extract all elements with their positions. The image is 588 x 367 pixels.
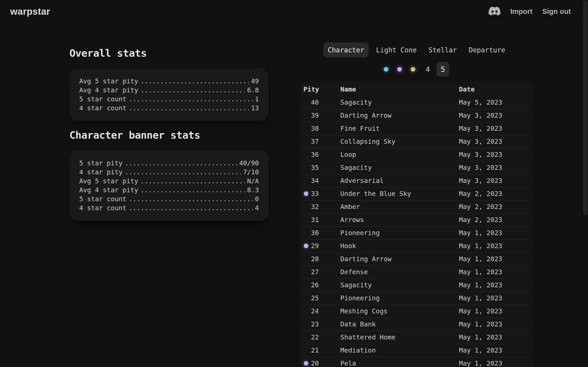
pity-cell: 25	[300, 294, 340, 302]
leader-dots: ........................................…	[140, 77, 249, 86]
character-banner-stats-panel: 5 star pity ............................…	[69, 150, 269, 221]
name-cell: Under the Blue Sky	[340, 190, 459, 198]
rarity-filter-row: 45	[300, 62, 533, 77]
table-row: 35 Sagacity May 3, 2023	[300, 161, 533, 174]
four-star-dot	[304, 244, 308, 248]
date-cell: May 3, 2023	[459, 177, 533, 184]
name-cell: Loop	[340, 151, 459, 158]
pity-cell: 33	[300, 190, 340, 198]
pity-cell: 40	[300, 99, 340, 106]
table-row: 29 Hook May 1, 2023	[300, 239, 533, 252]
table-row: 39 Darting Arrow May 3, 2023	[300, 109, 533, 122]
stat-row: 5 star count ...........................…	[79, 194, 259, 203]
table-row: 27 Defense May 1, 2023	[300, 266, 533, 278]
gold-rarity-dot[interactable]	[411, 67, 415, 72]
leader-dots: ........................................…	[129, 203, 253, 212]
pity-cell: 26	[300, 281, 340, 289]
overall-stats-title: Overall stats	[69, 47, 269, 59]
pity-cell: 31	[300, 216, 340, 224]
stat-row: 5 star count ...........................…	[79, 95, 259, 104]
stat-label: 5 star count	[79, 194, 126, 203]
signout-button[interactable]: Sign out	[542, 7, 571, 16]
table-row: 34 Adversarial May 3, 2023	[300, 174, 533, 187]
stat-row: Avg 5 star pity ........................…	[79, 176, 259, 185]
warp-history-table: Pity Name Date 40 Sagacity May 5, 2023 3…	[300, 82, 533, 367]
stat-row: 4 star pity ............................…	[79, 167, 259, 176]
pity-column-header: Pity	[300, 85, 340, 93]
warp-history-column: CharacterLight ConeStellarDeparture 45 P…	[300, 42, 533, 367]
name-cell: Data Bank	[340, 320, 459, 328]
stat-row: Avg 4 star pity ........................…	[79, 185, 259, 194]
banner-tab-stellar[interactable]: Stellar	[424, 42, 461, 58]
table-row: 40 Sagacity May 5, 2023	[300, 96, 533, 109]
stat-value: 13	[251, 104, 259, 113]
name-cell: Collapsing Sky	[340, 138, 459, 145]
date-cell: May 1, 2023	[459, 346, 533, 354]
table-row: 23 Data Bank May 1, 2023	[300, 318, 533, 331]
table-row: 30 Pioneering May 1, 2023	[300, 226, 533, 239]
leader-dots: ........................................…	[129, 104, 249, 113]
warpstar-logo[interactable]: warpstar	[10, 6, 50, 17]
banner-tab-light-cone[interactable]: Light Cone	[372, 42, 421, 58]
stat-row: 5 star pity ............................…	[79, 159, 259, 167]
stat-value: 40/90	[239, 159, 259, 167]
date-cell: May 1, 2023	[459, 294, 533, 302]
warpstar-page: warpstar Import Sign out Overall stats A…	[0, 0, 588, 367]
date-cell: May 1, 2023	[459, 281, 533, 289]
date-cell: May 2, 2023	[459, 203, 533, 211]
banner-tab-character[interactable]: Character	[323, 42, 369, 58]
stat-label: Avg 5 star pity	[79, 176, 138, 185]
banner-tabs: CharacterLight ConeStellarDeparture	[300, 42, 533, 58]
banner-tab-departure[interactable]: Departure	[464, 42, 510, 58]
rank-filter-5[interactable]: 5	[437, 62, 449, 77]
import-button[interactable]: Import	[510, 7, 532, 16]
four-star-dot	[304, 192, 308, 196]
pity-cell: 37	[300, 138, 340, 145]
name-cell: Sagacity	[340, 99, 459, 106]
leader-dots: ........................................…	[129, 194, 253, 203]
four-star-dot	[304, 361, 308, 366]
date-column-header: Date	[459, 85, 533, 93]
table-row: 28 Darting Arrow May 1, 2023	[300, 252, 533, 266]
purple-rarity-dot[interactable]	[397, 67, 402, 72]
date-cell: May 5, 2023	[459, 99, 533, 106]
name-cell: Amber	[340, 203, 459, 211]
name-cell: Adversarial	[340, 177, 459, 184]
name-cell: Pioneering	[340, 229, 459, 237]
name-cell: Sagacity	[340, 281, 459, 289]
date-cell: May 3, 2023	[459, 138, 533, 145]
cyan-rarity-dot[interactable]	[384, 67, 388, 72]
table-row: 21 Mediation May 1, 2023	[300, 344, 533, 357]
date-cell: May 1, 2023	[459, 255, 533, 263]
pity-cell: 20	[300, 359, 340, 367]
vertical-scrollbar-thumb[interactable]	[583, 0, 588, 215]
table-row: 36 Loop May 3, 2023	[300, 148, 533, 161]
pity-cell: 34	[300, 177, 340, 184]
stat-label: 5 star pity	[79, 159, 122, 167]
date-cell: May 2, 2023	[459, 216, 533, 224]
table-row: 31 Arrows May 2, 2023	[300, 213, 533, 226]
leader-dots: ........................................…	[129, 95, 253, 104]
top-nav: Import Sign out	[489, 7, 571, 17]
table-row: 22 Shattered Home May 1, 2023	[300, 331, 533, 344]
table-body: 40 Sagacity May 5, 2023 39 Darting Arrow…	[300, 96, 533, 367]
pity-cell: 21	[300, 346, 340, 354]
table-row: 25 Pioneering May 1, 2023	[300, 292, 533, 305]
pity-cell: 29	[300, 242, 340, 250]
pity-cell: 36	[300, 151, 340, 158]
date-cell: May 1, 2023	[459, 268, 533, 276]
name-cell: Arrows	[340, 216, 459, 224]
date-cell: May 1, 2023	[459, 229, 533, 237]
date-cell: May 1, 2023	[459, 333, 533, 341]
date-cell: May 1, 2023	[459, 307, 533, 315]
stat-label: 4 star pity	[79, 167, 122, 176]
stat-value: 49	[251, 77, 259, 86]
name-column-header: Name	[340, 85, 459, 93]
discord-link[interactable]	[489, 7, 501, 17]
date-cell: May 1, 2023	[459, 320, 533, 328]
name-cell: Darting Arrow	[340, 111, 459, 119]
stat-value: 4	[255, 203, 259, 212]
stats-column: Overall stats Avg 5 star pity ..........…	[69, 47, 269, 229]
top-bar: warpstar Import Sign out	[0, 0, 588, 23]
rank-filter-4[interactable]: 4	[421, 62, 434, 77]
